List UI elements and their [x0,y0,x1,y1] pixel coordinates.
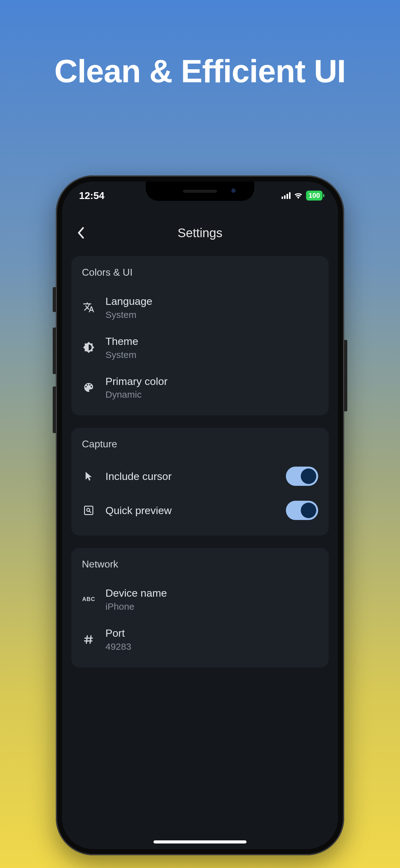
row-label: Port [105,627,318,640]
brightness-icon [82,341,96,354]
row-label: Primary color [105,375,318,388]
toggle-include-cursor[interactable] [286,467,318,486]
row-value: System [105,349,318,360]
screen: 12:54 100 Settings Colors & UI [62,182,338,849]
back-button[interactable] [71,223,90,242]
svg-line-2 [89,511,91,513]
row-value: 49283 [105,641,318,652]
row-theme[interactable]: Theme System [82,328,318,368]
page-title: Settings [62,226,338,240]
section-title: Capture [82,438,318,450]
section-network: Network ABC Device name iPhone Po [71,548,329,668]
row-label: Language [105,295,318,308]
section-capture: Capture Include cursor Quick prev [71,428,329,535]
wifi-icon [294,192,303,199]
palette-icon [82,381,96,394]
device-mute-switch [53,287,56,312]
row-label: Device name [105,587,318,599]
toggle-quick-preview[interactable] [286,501,318,520]
hash-icon [82,633,96,646]
row-port[interactable]: Port 49283 [82,619,318,659]
row-value: System [105,310,318,320]
battery-indicator: 100 [306,191,323,200]
svg-rect-0 [85,506,93,515]
svg-point-1 [87,508,90,512]
row-include-cursor[interactable]: Include cursor [82,459,318,493]
row-value: Dynamic [105,389,318,400]
nav-bar: Settings [62,219,338,247]
home-indicator[interactable] [154,840,246,843]
status-time: 12:54 [79,190,104,202]
row-value: iPhone [105,601,318,612]
settings-content[interactable]: Colors & UI Language System Them [71,256,329,849]
row-label: Theme [105,335,318,348]
abc-icon: ABC [82,593,96,606]
section-colors-ui: Colors & UI Language System Them [71,256,329,415]
device-volume-down [53,386,56,433]
status-indicators: 100 [281,191,323,200]
device-frame: 12:54 100 Settings Colors & UI [56,176,344,855]
row-primary-color[interactable]: Primary color Dynamic [82,368,318,408]
row-device-name[interactable]: ABC Device name iPhone [82,579,318,619]
row-label: Quick preview [105,504,276,517]
section-title: Network [82,558,318,570]
row-language[interactable]: Language System [82,287,318,328]
device-notch [146,182,254,201]
marketing-headline: Clean & Efficient UI [0,53,400,90]
row-quick-preview[interactable]: Quick preview [82,493,318,527]
device-power-button [344,340,347,411]
cursor-icon [82,469,96,483]
device-volume-up [53,328,56,374]
section-title: Colors & UI [82,267,318,278]
cellular-icon [281,192,291,199]
row-label: Include cursor [105,470,276,483]
chevron-left-icon [77,227,84,239]
preview-icon [82,503,96,517]
translate-icon [82,301,96,314]
